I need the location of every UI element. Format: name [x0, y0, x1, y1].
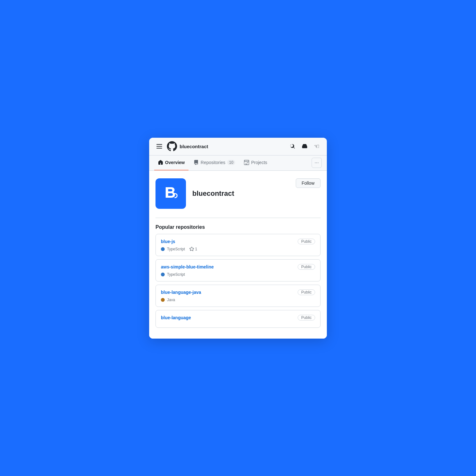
more-tabs-label: ··· — [314, 160, 319, 166]
tab-projects[interactable]: Projects — [240, 155, 271, 170]
repo-card-blue-language: blue-language Public — [155, 310, 321, 328]
repositories-badge: 10 — [227, 160, 235, 165]
lang-dot-typescript — [161, 247, 165, 251]
repo-card-header-java: blue-language-java Public — [161, 289, 315, 295]
repo-badge-blue-lang-java: Public — [298, 289, 315, 295]
repo-card-header-blue-language: blue-language Public — [161, 315, 315, 321]
search-icon — [290, 144, 295, 149]
repo-card-aws-simple: aws-simple-blue-timeline Public TypeScri… — [155, 259, 321, 281]
user-menu-button[interactable]: ☜ — [312, 141, 322, 151]
repo-meta-blue-lang-java: Java — [161, 298, 315, 302]
home-icon — [158, 160, 163, 165]
tab-repositories[interactable]: Repositories 10 — [190, 155, 239, 170]
search-button[interactable] — [288, 141, 298, 151]
tab-bar: Overview Repositories 10 Projects ··· — [149, 155, 327, 171]
repo-badge-aws-simple: Public — [298, 264, 315, 270]
repo-lang-label-java: Java — [167, 298, 175, 302]
profile-divider — [155, 218, 321, 218]
star-meta-blue-js: 1 — [189, 247, 197, 251]
repo-badge-blue-js: Public — [298, 239, 315, 244]
table-icon — [244, 160, 249, 165]
repo-meta-aws-simple: TypeScript — [161, 272, 315, 277]
repo-card-header-aws: aws-simple-blue-timeline Public — [161, 264, 315, 270]
repo-meta-blue-js: TypeScript 1 — [161, 247, 315, 251]
profile-username: bluecontract — [192, 189, 234, 198]
avatar — [155, 178, 186, 209]
star-count-blue-js: 1 — [195, 247, 197, 251]
navbar-username: bluecontract — [180, 144, 208, 149]
popular-repos-section: Popular repositories blue-js Public Type… — [155, 224, 321, 328]
repo-lang-blue-js: TypeScript — [161, 247, 185, 251]
repo-lang-label-blue-js: TypeScript — [167, 247, 185, 251]
navbar-right: ☜ — [288, 141, 322, 151]
star-icon — [189, 247, 194, 251]
profile-section: bluecontract — [155, 178, 234, 209]
repo-card-blue-js: blue-js Public TypeScript 1 — [155, 234, 321, 256]
tab-projects-label: Projects — [251, 160, 267, 165]
navbar: bluecontract ☜ — [149, 138, 327, 155]
tab-overview[interactable]: Overview — [154, 155, 188, 170]
inbox-button[interactable] — [300, 141, 310, 151]
profile-header-row: bluecontract Follow — [155, 178, 321, 216]
follow-button[interactable]: Follow — [296, 178, 321, 188]
main-content: bluecontract Follow Popular repositories… — [149, 171, 327, 339]
lang-dot-java — [161, 298, 165, 302]
repo-lang-blue-lang-java: Java — [161, 298, 175, 302]
avatar-logo — [161, 183, 181, 204]
more-tabs-button[interactable]: ··· — [312, 158, 322, 168]
navbar-left: bluecontract — [154, 141, 285, 151]
hamburger-icon — [155, 142, 164, 151]
svg-rect-0 — [161, 183, 181, 204]
hamburger-button[interactable] — [154, 141, 164, 151]
repo-name-blue-js[interactable]: blue-js — [161, 239, 175, 244]
github-logo-icon — [167, 141, 177, 151]
tab-repositories-label: Repositories — [201, 160, 225, 165]
browser-window: bluecontract ☜ — [149, 138, 327, 339]
repo-lang-label-aws-simple: TypeScript — [167, 272, 185, 277]
repo-card-blue-lang-java: blue-language-java Public Java — [155, 285, 321, 307]
repo-name-aws-simple[interactable]: aws-simple-blue-timeline — [161, 264, 214, 269]
repo-name-blue-language[interactable]: blue-language — [161, 315, 191, 320]
repo-name-blue-lang-java[interactable]: blue-language-java — [161, 290, 201, 295]
tab-overview-label: Overview — [165, 160, 185, 165]
repo-lang-aws-simple: TypeScript — [161, 272, 185, 277]
lang-dot-typescript-aws — [161, 273, 165, 276]
repo-icon — [194, 160, 199, 165]
repo-badge-blue-language: Public — [298, 315, 315, 321]
profile-info: bluecontract — [192, 189, 234, 198]
repo-card-header: blue-js Public — [161, 239, 315, 244]
inbox-icon — [302, 144, 307, 149]
section-title: Popular repositories — [155, 224, 321, 230]
